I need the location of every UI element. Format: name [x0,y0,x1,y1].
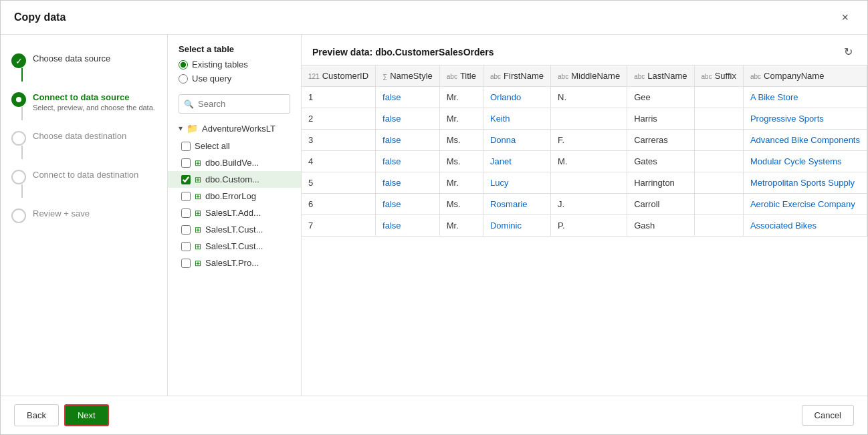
table-cell-1-1: false [376,108,440,130]
dialog-header: Copy data × [1,1,867,35]
table-cell-1-5: Harris [627,108,694,130]
next-button[interactable]: Next [64,404,109,426]
table-cell-4-8: adventure-works\shu0 [867,172,867,194]
table-cell-0-6 [694,87,743,108]
step-choose-destination: Choose data destination [11,126,156,164]
grid-icon-4: ⊞ [195,225,201,235]
table-cell-4-4 [551,172,627,194]
step-connect-source: Connect to data source Select, preview, … [11,87,156,126]
table-cell-4-2: Mr. [439,172,483,194]
copy-data-dialog: Copy data × ✓ Choose data source [0,0,868,435]
table-row: 2falseMr.KeithHarrisProgressive Sportsad… [302,108,867,130]
radio-query-input[interactable] [179,74,188,84]
radio-query-label: Use query [192,74,231,84]
th-title: abcTitle [439,65,483,87]
step-review-save: Review + save [11,203,156,229]
step-connector-3 [21,146,23,159]
table-cell-6-2: Mr. [439,215,483,237]
table-cell-5-1: false [376,194,440,215]
preview-header: Preview data: dbo.CustomerSalesOrders ↻ [302,35,867,65]
table-name-0: dbo.BuildVe... [205,158,259,168]
table-cell-5-0: 6 [302,194,376,215]
grid-icon-0: ⊞ [195,158,201,168]
table-row-item-6[interactable]: ⊞ SalesLT.Pro... [168,255,301,271]
th-firstname: abcFirstName [483,65,550,87]
chevron-down-icon: ▾ [179,124,183,133]
step-3-circle [11,131,26,146]
step-2-text: Connect to data source Select, preview, … [33,92,156,112]
preview-panel: Preview data: dbo.CustomerSalesOrders ↻ … [302,35,867,396]
table-cell-5-7: Aerobic Exercise Company [743,194,867,215]
table-checkbox-2[interactable] [181,192,191,201]
table-checkbox-1[interactable] [181,175,191,184]
grid-icon-1: ⊞ [195,175,201,184]
step-5-label: Review + save [33,208,156,219]
table-cell-5-4: J. [551,194,627,215]
table-cell-5-3: Rosmarie [483,194,550,215]
back-button[interactable]: Back [14,404,59,426]
refresh-button[interactable]: ↻ [840,44,857,59]
table-row-item-0[interactable]: ⊞ dbo.BuildVe... [168,154,301,171]
table-cell-0-4: N. [551,87,627,108]
table-cell-4-5: Harrington [627,172,694,194]
cancel-button[interactable]: Cancel [802,405,854,426]
search-input[interactable] [179,94,290,114]
db-group[interactable]: ▾ 📁 AdventureWorksLT [168,119,301,138]
step-1-text: Choose data source [33,53,156,63]
step-4-text: Connect to data destination [33,170,156,180]
table-checkbox-6[interactable] [181,259,191,268]
preview-table-container[interactable]: 121CustomerID ∑NameStyle abcTitle abcFir… [302,65,867,396]
step-5-circle [11,208,26,223]
select-all-checkbox[interactable] [181,142,191,151]
table-cell-2-7: Advanced Bike Components [743,130,867,151]
table-row: 6falseMs.RosmarieJ.CarrollAerobic Exerci… [302,194,867,215]
table-cell-1-3: Keith [483,108,550,130]
table-row-item-5[interactable]: ⊞ SalesLT.Cust... [168,238,301,255]
search-box: 🔍 [179,94,290,114]
table-name-3: SalesLT.Add... [205,208,261,218]
table-checkbox-3[interactable] [181,208,191,218]
table-row: 1falseMr.OrlandoN.GeeA Bike Storeadventu… [302,87,867,108]
table-checkbox-0[interactable] [181,158,191,168]
dialog-title: Copy data [14,11,66,23]
table-cell-1-7: Progressive Sports [743,108,867,130]
table-cell-1-4 [551,108,627,130]
preview-title: Preview data: dbo.CustomerSalesOrders [312,47,494,57]
table-cell-1-8: adventure-works\david8 [867,108,867,130]
table-row-item-1[interactable]: ⊞ dbo.Custom... [168,171,301,188]
table-name-6: SalesLT.Pro... [205,258,259,268]
table-cell-0-3: Orlando [483,87,550,108]
table-checkbox-4[interactable] [181,225,191,235]
step-4-circle [11,170,26,184]
table-cell-3-7: Modular Cycle Systems [743,151,867,172]
table-cell-0-2: Mr. [439,87,483,108]
footer-left: Back Next [14,404,109,426]
step-4-label: Connect to data destination [33,170,156,180]
close-button[interactable]: × [836,9,854,26]
step-connect-destination: Connect to data destination [11,164,156,203]
search-icon: 🔍 [184,100,194,109]
table-header-row: 121CustomerID ∑NameStyle abcTitle abcFir… [302,65,867,87]
radio-existing-label: Existing tables [192,59,248,69]
table-cell-0-5: Gee [627,87,694,108]
table-cell-5-8: adventure-works\linda3 [867,194,867,215]
table-row: 7falseMr.DominicP.GashAssociated Bikesad… [302,215,867,237]
table-row-item-2[interactable]: ⊞ dbo.ErrorLog [168,188,301,204]
dialog-footer: Back Next Cancel [1,396,867,434]
check-icon: ✓ [15,56,23,66]
step-1-circle: ✓ [11,53,26,68]
dialog-body: ✓ Choose data source Connect to data [1,35,867,396]
step-2-indicator [16,97,21,102]
select-all-label: Select all [195,141,230,151]
table-name-2: dbo.ErrorLog [205,191,256,201]
table-row-item-3[interactable]: ⊞ SalesLT.Add... [168,204,301,221]
table-row-item-4[interactable]: ⊞ SalesLT.Cust... [168,221,301,238]
radio-existing-input[interactable] [179,60,188,69]
table-checkbox-5[interactable] [181,242,191,251]
table-cell-2-5: Carreras [627,130,694,151]
table-cell-4-3: Lucy [483,172,550,194]
radio-use-query[interactable]: Use query [179,74,290,84]
select-all-row[interactable]: Select all [168,138,301,154]
radio-existing-tables[interactable]: Existing tables [179,59,290,69]
table-cell-1-2: Mr. [439,108,483,130]
